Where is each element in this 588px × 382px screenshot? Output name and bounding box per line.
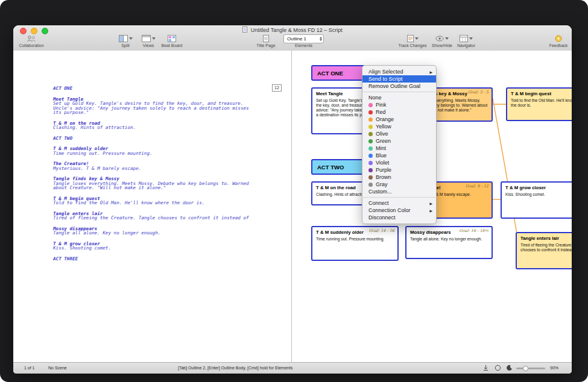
card-title: Tangle enters lair	[520, 236, 572, 241]
keyboard-hint: [Tab] Outline 2, [Enter] Outline Body, […	[178, 366, 292, 370]
toolbar-label: Beat Board	[157, 43, 186, 48]
beat-card-begin-quest[interactable]: Goal: T & M begin quest Told to find the…	[506, 87, 572, 121]
color-dot	[368, 161, 373, 165]
window-header: Untitled Tangle & Moss FD 12 – Script Co…	[13, 25, 572, 51]
title-page-icon	[263, 35, 269, 42]
toolbar-views-button[interactable]: Views	[138, 34, 159, 50]
menu-item-label: Gray	[376, 181, 388, 187]
menu-item-color-none[interactable]: None	[362, 94, 436, 101]
card-body: Tangle all alone. Key no longer enough.	[410, 237, 488, 242]
toolbar-label: Views	[138, 43, 159, 48]
zoom-slider-thumb[interactable]	[523, 366, 528, 371]
menu-item-label: Violet	[376, 160, 389, 166]
script-beat-body: Tangle all alone. Key no longer enough.	[53, 231, 253, 236]
menu-item-color-olive[interactable]: Olive	[362, 130, 436, 137]
menu-item-remove-outline-goal[interactable]: Remove Outline Goal	[362, 83, 436, 90]
chevron-down-icon	[152, 37, 156, 40]
submenu-arrow-icon: ▶	[429, 207, 432, 214]
menu-item-label: Orange	[376, 116, 394, 122]
color-dot	[368, 103, 373, 107]
toolbar-elements-dropdown[interactable]: Outline 1 Elements	[283, 34, 324, 50]
toolbar-label: Elements	[283, 43, 324, 48]
color-dot	[368, 139, 373, 143]
menu-item-label: Green	[376, 138, 391, 144]
elements-current-value: Outline 1	[287, 36, 306, 42]
script-pane[interactable]: ACT ONE Meet Tangle Set up Gold Key. Tan…	[13, 51, 291, 363]
combo-arrows-icon	[320, 37, 322, 41]
color-dot	[368, 168, 373, 172]
menu-item-disconnect[interactable]: Disconnect	[362, 214, 436, 221]
color-dot	[368, 125, 373, 129]
context-menu: Align Selected▶ Send to Script Remove Ou…	[362, 65, 437, 224]
toolbar-beat-board-button[interactable]: Beat Board	[157, 34, 186, 50]
target-icon[interactable]	[495, 365, 501, 371]
toolbar-feedback-button[interactable]: Feedback	[546, 34, 571, 50]
beat-card-mossy-disappears[interactable]: Goal: 16 - 18½ Mossy disappears Tangle a…	[405, 226, 493, 259]
menu-separator	[363, 92, 435, 92]
toolbar-label: Navigator	[453, 43, 479, 48]
act-card-title: ACT ONE	[317, 70, 343, 77]
color-dot	[368, 183, 373, 187]
color-dot	[368, 146, 373, 151]
menu-item-color-red[interactable]: Red	[362, 108, 436, 116]
card-goal: Goal: 14 - 16	[369, 228, 394, 233]
main-content: ACT ONE Meet Tangle Set up Gold Key. Tan…	[13, 51, 572, 363]
zoom-slider[interactable]	[516, 368, 545, 369]
menu-item-color-pink[interactable]: Pink	[362, 101, 436, 108]
menu-item-label: Align Selected	[368, 69, 403, 75]
split-icon	[119, 35, 128, 42]
beat-card-enters-lair[interactable]: Tangle enters lair Tired of fleeing the …	[516, 232, 572, 269]
menu-item-label: Pink	[376, 102, 387, 108]
script-act-heading: ACT TWO	[53, 136, 253, 141]
color-dot	[368, 117, 373, 122]
card-body: Time running out. Pressure mounting.	[316, 237, 394, 242]
card-title: T & M begin quest	[511, 91, 572, 96]
menu-item-color-custom[interactable]: Custom...	[362, 188, 436, 195]
script-act-heading: ACT THREE	[53, 257, 253, 261]
script-beat-body: Set up Gold Key. Tangle's desire to find…	[53, 101, 253, 115]
menu-item-send-to-script[interactable]: Send to Script	[362, 75, 436, 83]
elements-combobox[interactable]: Outline 1	[283, 34, 324, 43]
script-beat-body: Tired of fleeing the Creature. Tangle ch…	[53, 216, 253, 221]
menu-item-color-gray[interactable]: Gray	[362, 181, 436, 188]
toolbar-split-button[interactable]: Split	[115, 34, 136, 50]
menu-item-color-violet[interactable]: Violet	[362, 159, 436, 166]
titlebar: Untitled Tangle & Moss FD 12 – Script	[13, 27, 572, 33]
toolbar-navigator-button[interactable]: Navigator	[453, 34, 479, 50]
card-body: Kiss. Shooting comet.	[505, 192, 572, 197]
menu-item-connect[interactable]: Connect▶	[362, 199, 436, 207]
color-dot	[368, 132, 373, 136]
menu-item-color-blue[interactable]: Blue	[362, 152, 436, 159]
menu-item-color-brown[interactable]: Brown	[362, 174, 436, 181]
beat-card-grow-closer[interactable]: Goal: T & M grow closer Kiss. Shooting c…	[501, 181, 572, 219]
menu-item-label: Yellow	[376, 124, 391, 130]
toolbar-label: Title Page	[253, 43, 279, 48]
scene-indicator[interactable]: No Scene	[48, 366, 67, 370]
zoom-level: 90%	[550, 366, 558, 370]
download-icon[interactable]	[482, 365, 489, 371]
menu-item-align-selected[interactable]: Align Selected▶	[362, 68, 436, 75]
night-mode-icon[interactable]	[506, 365, 513, 371]
script-beat-body: Told to find the Old Man. He'll know whe…	[53, 201, 253, 205]
toolbar-collaboration-button[interactable]: Collaboration	[16, 34, 46, 50]
app-window: Untitled Tangle & Moss FD 12 – Script Co…	[13, 25, 572, 374]
menu-item-color-purple[interactable]: Purple	[362, 166, 436, 174]
beat-card-suddenly-older[interactable]: Goal: 14 - 16 T & M suddenly older Time …	[311, 226, 399, 261]
toolbar-title-page-button[interactable]: Title Page	[253, 34, 279, 50]
toolbar-show-hide-button[interactable]: Show/Hide	[429, 34, 455, 50]
page-number-badge: 12	[272, 84, 282, 92]
menu-item-color-mint[interactable]: Mint	[362, 145, 436, 152]
menu-item-connection-color[interactable]: Connection Color▶	[362, 207, 436, 214]
toolbar-track-changes-button[interactable]: Track Changes	[396, 34, 429, 50]
menu-item-label: Remove Outline Goal	[368, 83, 420, 89]
status-bar: 1 of 1 No Scene [Tab] Outline 2, [Enter]…	[13, 362, 572, 374]
act-card-title: ACT TWO	[317, 164, 344, 171]
eye-icon	[435, 36, 444, 42]
menu-item-label: Blue	[376, 152, 387, 158]
menu-item-color-orange[interactable]: Orange	[362, 116, 436, 123]
menu-item-color-yellow[interactable]: Yellow	[362, 123, 436, 130]
menu-item-color-green[interactable]: Green	[362, 137, 436, 145]
script-beat-body: Clashing. Hints of attraction.	[53, 125, 253, 130]
menu-item-label: None	[368, 95, 382, 101]
collaboration-icon	[27, 35, 36, 42]
